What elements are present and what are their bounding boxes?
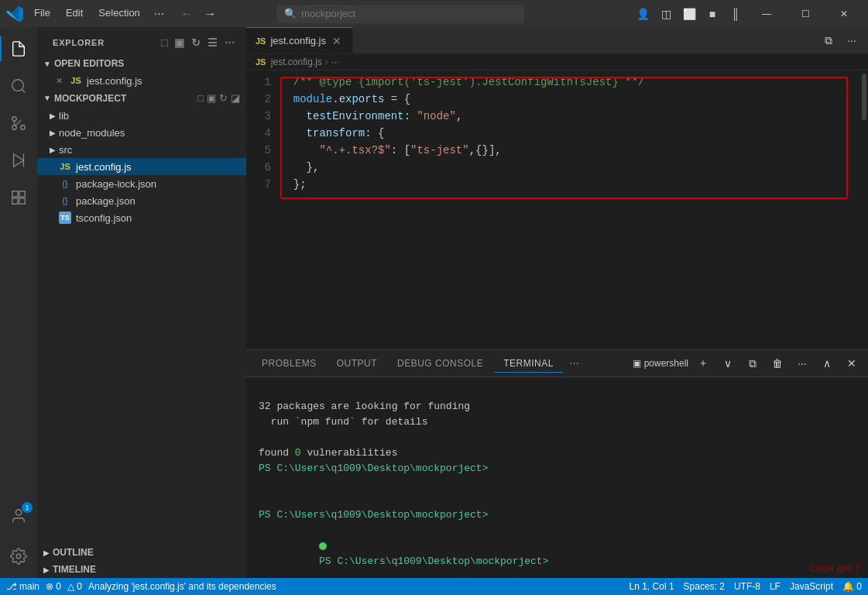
new-file-icon[interactable]: □ [160,35,170,50]
outline-section[interactable]: ▶ OUTLINE [37,544,246,561]
activity-source-control[interactable] [0,105,37,142]
outline-chevron: ▶ [43,549,50,557]
status-line-ending[interactable]: LF [770,581,781,592]
status-analyzing-text: Analyzing 'jest.config.js' and its depen… [88,581,276,592]
file-jest-config[interactable]: JS jest.config.js [37,158,246,175]
status-branch: main [19,581,39,592]
menu-bar: File Edit Selection ··· [28,5,169,22]
terminal-line-4 [259,430,856,445]
timeline-section[interactable]: ▶ TIMELINE [37,561,246,578]
activity-explorer[interactable] [0,30,37,67]
menu-selection[interactable]: Selection [92,5,146,22]
status-position[interactable]: Ln 1, Col 1 [630,581,674,592]
win-minimize[interactable]: — [749,0,784,27]
panel: PROBLEMS OUTPUT DEBUG CONSOLE TERMINAL ·… [246,349,868,578]
menu-file[interactable]: File [28,5,57,22]
status-spaces[interactable]: Spaces: 2 [684,581,725,592]
svg-rect-7 [12,191,18,197]
win-maximize[interactable]: ☐ [787,0,823,27]
code-editor[interactable]: 1 2 3 4 5 6 7 /** @type {import('ts-jest… [246,71,860,349]
activity-settings[interactable] [0,538,37,575]
folder-node-modules[interactable]: ▶ node_modules [37,124,246,141]
activity-run[interactable] [0,142,37,179]
more-actions-icon[interactable]: ··· [842,30,862,50]
shell-name: powershell [644,358,688,369]
main-container: 1 EXPLORER □ ▣ ↻ ☰ ··· ▼ OPEN EDITORS [0,27,868,578]
new-file-btn[interactable]: □ [197,92,204,104]
project-section[interactable]: ▼ MOCKPORJECT □ ▣ ↻ ◪ [37,89,246,107]
status-source-control[interactable]: ⎇ main [6,581,39,592]
split-editor-icon[interactable]: ⧉ [818,30,839,50]
breadcrumb-dots[interactable]: ··· [331,57,339,67]
activity-search[interactable] [0,67,37,105]
new-folder-icon[interactable]: ▣ [173,35,187,50]
tab-filename: jest.config.js [270,35,326,46]
search-bar[interactable]: 🔍 [276,5,524,23]
terminal-line-5: found 0 vulnerabilities [259,445,856,461]
line-numbers: 1 2 3 4 5 6 7 [246,74,280,193]
open-editors-chevron: ▼ [43,60,51,68]
editor-area: JS jest.config.js ✕ ⧉ ··· JS jest.config… [246,27,868,578]
tab-debug-console[interactable]: DEBUG CONSOLE [388,355,492,372]
terminal-line-2: 32 packages are looking for funding [259,399,856,414]
terminal-content[interactable]: 32 packages are looking for funding run … [246,377,868,578]
split-icon[interactable]: ║ [726,4,746,24]
status-notifications[interactable]: 🔔 0 [842,581,862,592]
activity-extensions[interactable] [0,179,37,216]
tab-close-btn[interactable]: ✕ [331,35,343,47]
close-file-icon[interactable]: ✕ [53,74,65,87]
search-input[interactable] [301,8,516,19]
collapse-icon[interactable]: ☰ [206,35,220,50]
tab-output[interactable]: OUTPUT [328,355,386,372]
menu-more[interactable]: ··· [149,5,169,22]
status-errors[interactable]: ⊗ 0 [46,581,61,592]
status-bar: ⎇ main ⊗ 0 △ 0 Analyzing 'jest.config.js… [0,578,868,595]
panel-more-icon[interactable]: ··· [564,356,584,370]
panel-collapse-btn[interactable]: ∧ [817,353,837,373]
file-package-lock[interactable]: {} package-lock.json [37,175,246,192]
tsconfig-icon: TS [59,212,71,224]
collapse-btn[interactable]: ◪ [231,92,240,104]
refresh-btn[interactable]: ↻ [219,92,228,104]
sidebar-more[interactable]: ··· [223,35,237,50]
terminal-line-8 [259,492,856,507]
package-lock-icon: {} [59,177,71,190]
open-editors-section[interactable]: ▼ OPEN EDITORS [37,55,246,72]
sidebar-title: EXPLORER [53,38,105,47]
layout-icon[interactable]: ◫ [656,4,676,24]
terminal-more-btn[interactable]: ··· [792,353,812,373]
new-folder-btn[interactable]: ▣ [207,92,216,104]
file-tsconfig[interactable]: TS tsconfig.json [37,209,246,226]
tab-terminal[interactable]: TERMINAL [494,355,563,373]
sidebar-right-icon[interactable]: ■ [702,4,722,24]
status-warnings[interactable]: △ 0 [67,581,82,592]
status-right: Ln 1, Col 1 Spaces: 2 UTF-8 LF JavaScrip… [630,581,862,592]
panel-layout-icon[interactable]: ⬜ [679,4,699,24]
status-position-text: Ln 1, Col 1 [630,581,674,592]
folder-lib[interactable]: ▶ lib [37,107,246,124]
folder-src[interactable]: ▶ src [37,141,246,158]
breadcrumb-file[interactable]: JS jest.config.js [256,57,322,67]
terminal-dropdown-btn[interactable]: ∨ [718,353,738,373]
editor-scrollbar[interactable] [860,71,868,349]
add-terminal-btn[interactable]: ＋ [693,353,713,373]
tab-problems[interactable]: PROBLEMS [252,355,326,372]
tab-jest-config[interactable]: JS jest.config.js ✕ [246,27,353,53]
status-encoding[interactable]: UTF-8 [734,581,760,592]
open-file-jest-config[interactable]: ✕ JS jest.config.js [37,72,246,89]
terminal-line-6: PS C:\Users\q1009\Desktop\mockporject> [259,461,856,476]
nav-forward[interactable]: → [200,4,220,24]
delete-terminal-btn[interactable]: 🗑 [767,353,787,373]
code-content: 1 2 3 4 5 6 7 /** @type {import('ts-jest… [246,71,860,193]
split-terminal-btn[interactable]: ⧉ [743,353,763,373]
status-language[interactable]: JavaScript [790,581,833,592]
refresh-icon[interactable]: ↻ [190,35,203,50]
panel-close-btn[interactable]: ✕ [842,353,862,373]
menu-edit[interactable]: Edit [60,5,89,22]
activity-accounts[interactable]: 1 [0,497,37,535]
win-close[interactable]: ✕ [826,0,862,27]
account-icon[interactable]: 👤 [633,4,653,24]
file-package-json[interactable]: {} package.json [37,192,246,209]
outline-title: OUTLINE [53,547,94,558]
nav-back[interactable]: ← [177,4,197,24]
